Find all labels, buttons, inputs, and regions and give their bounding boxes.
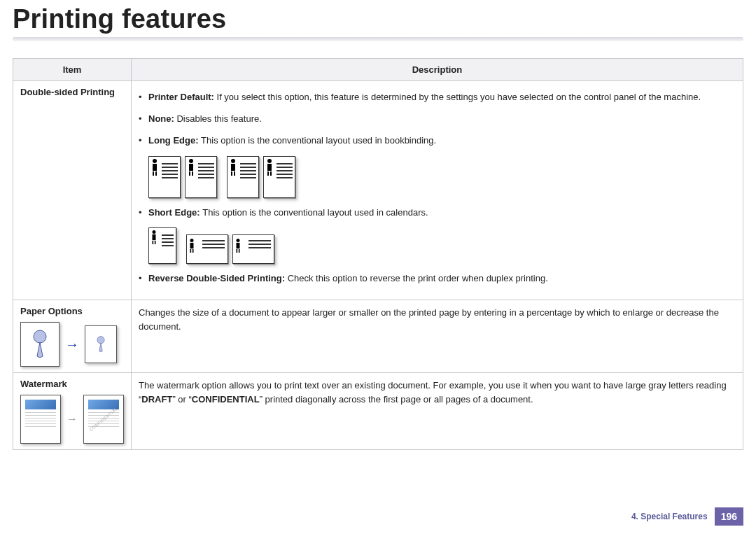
label-watermark: Watermark bbox=[20, 379, 124, 389]
svg-rect-25 bbox=[237, 243, 240, 248]
term-none: None: bbox=[148, 113, 176, 124]
svg-rect-9 bbox=[231, 164, 235, 171]
svg-rect-11 bbox=[234, 171, 235, 176]
page-thumb-icon bbox=[148, 227, 176, 264]
term-long-edge: Long Edge: bbox=[148, 135, 201, 146]
svg-rect-18 bbox=[153, 241, 154, 244]
term-printer-default: Printer Default: bbox=[148, 92, 217, 102]
page-thumb-icon bbox=[263, 156, 295, 198]
svg-rect-21 bbox=[190, 243, 194, 248]
term-reverse: Reverse Double-Sided Printing: bbox=[148, 273, 288, 283]
svg-rect-5 bbox=[189, 164, 193, 171]
svg-point-0 bbox=[153, 159, 157, 163]
row-paper-options: Paper Options → Changes the size of a do… bbox=[13, 300, 743, 373]
svg-point-12 bbox=[267, 159, 272, 163]
svg-point-8 bbox=[231, 159, 235, 163]
text-short-edge: This option is the conventional layout u… bbox=[202, 207, 428, 218]
svg-rect-3 bbox=[155, 171, 157, 176]
svg-rect-14 bbox=[267, 171, 269, 176]
svg-rect-1 bbox=[153, 164, 157, 171]
bullet-none: None: Disables this feature. bbox=[139, 113, 736, 126]
header-description: Description bbox=[132, 59, 743, 81]
bullet-long-edge: Long Edge: This option is the convention… bbox=[139, 134, 736, 148]
page-thumb-icon bbox=[185, 156, 217, 198]
svg-rect-17 bbox=[153, 234, 156, 240]
bullet-short-edge: Short Edge: This option is the conventio… bbox=[139, 206, 736, 220]
watermark-before-icon bbox=[20, 395, 61, 444]
svg-rect-10 bbox=[231, 171, 232, 176]
arrow-icon: → bbox=[66, 413, 78, 426]
svg-rect-27 bbox=[239, 249, 240, 253]
row-watermark: Watermark → CONFIDENTIAL bbox=[13, 373, 743, 450]
svg-rect-19 bbox=[155, 241, 156, 244]
title-underline bbox=[13, 37, 743, 41]
svg-point-24 bbox=[237, 239, 240, 242]
svg-point-28 bbox=[34, 330, 46, 343]
svg-point-16 bbox=[153, 230, 156, 234]
svg-rect-23 bbox=[192, 249, 194, 253]
svg-point-29 bbox=[97, 337, 104, 344]
text-reverse: Check this option to reverse the print o… bbox=[288, 273, 548, 283]
page-thumb-icon bbox=[148, 156, 181, 198]
svg-rect-2 bbox=[153, 171, 154, 176]
text-watermark: The watermark option allows you to print… bbox=[132, 373, 743, 450]
paper-small-icon bbox=[85, 325, 117, 363]
text-paper-options: Changes the size of a document to appear… bbox=[132, 300, 743, 373]
svg-rect-22 bbox=[190, 249, 192, 253]
footer-page-number: 196 bbox=[715, 507, 743, 526]
term-short-edge: Short Edge: bbox=[148, 207, 202, 218]
label-double-sided: Double-sided Printing bbox=[20, 87, 124, 97]
svg-rect-15 bbox=[270, 171, 272, 176]
svg-point-20 bbox=[190, 239, 194, 242]
watermark-after-icon: CONFIDENTIAL bbox=[83, 395, 124, 444]
paper-options-illustration: → bbox=[20, 322, 124, 367]
paper-large-icon bbox=[20, 322, 59, 367]
text-none: Disables this feature. bbox=[176, 113, 261, 124]
watermark-diagonal-text: CONFIDENTIAL bbox=[89, 407, 118, 433]
footer-chapter: 4. Special Features bbox=[631, 508, 715, 525]
page-footer: 4. Special Features 196 bbox=[631, 507, 743, 526]
svg-rect-6 bbox=[189, 171, 190, 176]
arrow-icon: → bbox=[65, 337, 79, 353]
watermark-illustration: → CONFIDENTIAL bbox=[20, 395, 124, 444]
svg-rect-13 bbox=[267, 164, 272, 171]
svg-rect-7 bbox=[192, 171, 193, 176]
header-item: Item bbox=[13, 59, 132, 81]
long-edge-illustration bbox=[148, 156, 736, 198]
bullet-reverse: Reverse Double-Sided Printing: Check thi… bbox=[139, 272, 736, 286]
features-table: Item Description Double-sided Printing P… bbox=[13, 58, 743, 450]
short-edge-illustration bbox=[148, 227, 736, 264]
bullet-printer-default: Printer Default: If you select this opti… bbox=[139, 91, 736, 104]
row-double-sided: Double-sided Printing Printer Default: I… bbox=[13, 81, 743, 300]
page-thumb-icon bbox=[227, 156, 259, 198]
page-thumb-icon bbox=[186, 234, 228, 264]
svg-point-4 bbox=[189, 159, 193, 163]
svg-rect-26 bbox=[237, 249, 238, 253]
text-printer-default: If you select this option, this feature … bbox=[217, 92, 701, 102]
text-long-edge: This option is the conventional layout u… bbox=[201, 135, 436, 146]
page-thumb-icon bbox=[232, 234, 274, 264]
label-paper-options: Paper Options bbox=[20, 306, 124, 316]
page-title: Printing features bbox=[13, 4, 743, 34]
